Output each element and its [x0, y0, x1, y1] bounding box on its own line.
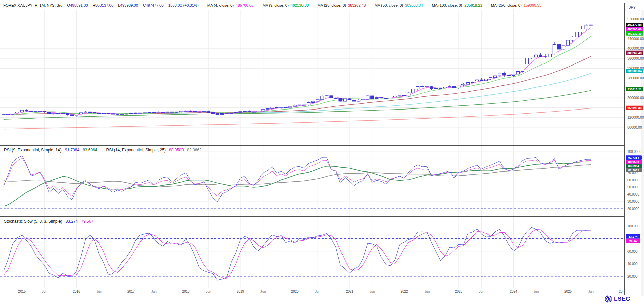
svg-text:40.000: 40.000 [627, 262, 638, 266]
ma-legend-item: MA (4, close, 0)485700.00 [207, 3, 263, 7]
x-axis-labels[interactable]: 2015Jun2016Jun2017Jun2018Jun2019Jun2020J… [18, 290, 623, 293]
stoch-k-value: 83.274 [66, 219, 78, 224]
svg-text:Jun: Jun [315, 290, 320, 293]
svg-text:88.9500: 88.9500 [628, 160, 639, 164]
axis-badge: 79.567 [626, 239, 640, 243]
svg-text:120000.00: 120000.00 [627, 115, 644, 119]
axis-badge: 485700.00 [626, 27, 643, 31]
svg-text:2016: 2016 [73, 290, 80, 293]
svg-text:2018: 2018 [182, 290, 190, 293]
svg-text:91.7384: 91.7384 [628, 156, 639, 159]
stoch-panel [0, 226, 625, 280]
stoch-title: Stochastic Slow (5, 3, 3, Simple) [4, 219, 62, 224]
ma-legend: MA (4, close, 0)485700.00MA (9, close, 0… [207, 3, 550, 7]
ma-legend-item: MA (25, close, 0)383262.48 [317, 3, 374, 7]
svg-text:2017: 2017 [127, 290, 135, 293]
svg-text:60.000: 60.000 [627, 250, 638, 253]
svg-text:50.0000: 50.0000 [627, 185, 640, 189]
svg-text:383262.48: 383262.48 [627, 51, 642, 55]
svg-text:Jun: Jun [479, 290, 484, 293]
svg-text:83.274: 83.274 [628, 235, 638, 238]
svg-text:520000.00: 520000.00 [627, 17, 644, 21]
svg-text:82.3662: 82.3662 [628, 169, 639, 172]
svg-text:2020: 2020 [291, 290, 299, 293]
svg-text:200000.00: 200000.00 [627, 96, 644, 100]
high-value: H500137.00 [93, 3, 114, 7]
stoch-panel-title: Stochastic Slow (5, 3, 3, Simple) 83.274… [4, 219, 93, 224]
axis-badge: 309608.84 [626, 69, 643, 73]
svg-text:360000.00: 360000.00 [627, 56, 644, 60]
svg-text:60.0000: 60.0000 [627, 178, 640, 182]
stoch-axis[interactable]: 100.00060.00040.00020.000 [627, 224, 640, 278]
svg-text:2022: 2022 [400, 290, 408, 293]
rsi-ma-value-1: 83.6964 [83, 148, 97, 153]
svg-text:Jun: Jun [370, 290, 375, 293]
net-change: 1553.00 (+0.31%) [168, 3, 199, 7]
svg-text:Jun: Jun [42, 290, 47, 293]
axis-badge: 159090.33 [626, 106, 643, 110]
axis-badge: 383262.48 [626, 51, 643, 55]
svg-text:Jun: Jun [588, 290, 594, 293]
ma-legend-item: MA (50, close, 0)309608.84 [374, 3, 432, 7]
axis-badge: 88.9500 [626, 160, 642, 164]
svg-text:20.000: 20.000 [627, 275, 638, 278]
svg-text:2023: 2023 [455, 290, 463, 293]
lseg-crest-icon [604, 295, 612, 303]
svg-text:40.0000: 40.0000 [627, 192, 640, 196]
svg-text:83.6964: 83.6964 [628, 164, 639, 168]
axis-badge: 83.6964 [626, 164, 642, 168]
lseg-logo-text: LSEG [614, 296, 630, 302]
lseg-logo: LSEG [604, 295, 630, 303]
chart-workspace: { "header": { "instrument": "FOREX XAUJP… [0, 0, 644, 304]
svg-text:497477.00: 497477.00 [627, 23, 642, 27]
svg-text:Jun: Jun [206, 290, 211, 293]
svg-text:Jun: Jun [96, 290, 102, 293]
svg-text:2024: 2024 [510, 290, 517, 293]
svg-text:2019: 2019 [237, 290, 244, 293]
svg-text:280000.00: 280000.00 [627, 76, 644, 80]
rsi-panel-title: RSI (9, Exponential, Simple, 14) 91.7384… [4, 148, 202, 153]
low-value: L493989.00 [118, 3, 138, 7]
currency-button[interactable]: JPY [625, 3, 640, 11]
svg-text:2015: 2015 [18, 290, 26, 293]
rsi-value-1: 91.7384 [65, 148, 79, 153]
svg-text:30.0000: 30.0000 [627, 200, 640, 203]
rsi-ma-value-2: 82.3662 [187, 148, 201, 153]
svg-text:400000.00: 400000.00 [627, 46, 644, 50]
axis-badge: 82.3662 [626, 168, 642, 172]
open-value: O495891.00 [67, 3, 88, 7]
ma-legend-item: MA (250, close, 0)159090.33 [491, 3, 550, 7]
axis-badge: 462130.33 [626, 31, 643, 36]
svg-text:Jun: Jun [424, 290, 430, 293]
rsi-title-1: RSI (9, Exponential, Simple, 14) [4, 148, 62, 153]
axis-badge: 91.7384 [626, 155, 642, 160]
axis-badge: 497477.00 [626, 23, 643, 27]
svg-text:485700.00: 485700.00 [627, 28, 642, 31]
svg-text:462130.33: 462130.33 [627, 32, 642, 35]
ma-legend-item: MA (9, close, 0)462130.33 [263, 3, 318, 7]
stoch-d-value: 79.567 [81, 219, 93, 224]
close-value: C497477.00 [143, 3, 164, 7]
axis-badge: 83.274 [626, 234, 640, 239]
rsi-panel [0, 151, 625, 209]
rsi-value-2: 88.9500 [169, 148, 184, 153]
svg-text:79.567: 79.567 [628, 239, 638, 243]
svg-text:Jun: Jun [260, 290, 266, 293]
rsi-title-2: RSI (14, Exponential, Simple, 25) [106, 148, 166, 153]
svg-text:20.0000: 20.0000 [627, 207, 640, 211]
svg-text:Jun: Jun [151, 290, 157, 293]
svg-text:80000.00: 80000.00 [627, 125, 642, 129]
svg-text:2021: 2021 [346, 290, 354, 293]
ma-legend-item: MA (100, close, 0)235618.21 [432, 3, 491, 7]
instrument-title: FOREX XAUJPY=R, 1M, NYS, Bid [3, 3, 62, 7]
svg-text:235618.21: 235618.21 [627, 88, 642, 91]
svg-text:309608.84: 309608.84 [627, 69, 642, 73]
svg-text:100.000: 100.000 [627, 224, 640, 228]
svg-text:Jun: Jun [533, 290, 539, 293]
axis-badge: 235618.21 [626, 87, 643, 91]
price-panel [0, 19, 625, 137]
svg-text:20: 20 [619, 290, 623, 293]
svg-text:159090.33: 159090.33 [627, 106, 642, 110]
svg-text:100.0000: 100.0000 [627, 150, 641, 154]
quote-header: FOREX XAUJPY=R, 1M, NYS, Bid O495891.00 … [3, 2, 550, 9]
